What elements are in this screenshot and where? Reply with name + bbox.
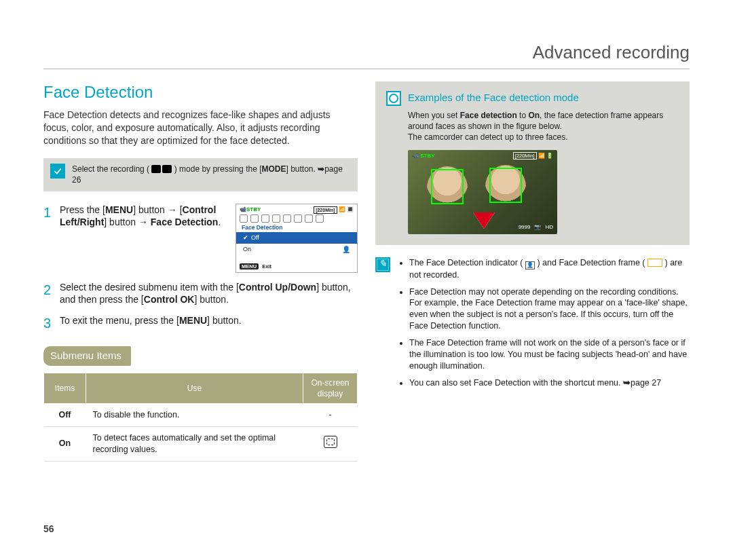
row-item: On bbox=[59, 438, 71, 448]
lcd-stby: STBY bbox=[246, 206, 261, 214]
note-suffix: ) mode by pressing the [ bbox=[174, 164, 262, 174]
lcd-menu-name: Face Detection bbox=[236, 223, 357, 232]
intro-text: Face Detection detects and recognizes fa… bbox=[43, 109, 358, 147]
step-3: 3 To exit the menu, press the [MENU] but… bbox=[43, 314, 358, 333]
left-column: Face Detection Face Detection detects an… bbox=[43, 81, 358, 461]
right-column: Examples of the Face detection mode When… bbox=[375, 81, 690, 461]
submenu-table: Items Use On-screen display Off To disab… bbox=[43, 373, 358, 462]
lcd-time: [220Min] bbox=[314, 206, 337, 214]
step-2-text: Select the desired submenu item with the… bbox=[60, 281, 358, 307]
th-items: Items bbox=[44, 373, 86, 403]
face-frame-icon bbox=[647, 259, 662, 267]
example-panel: Examples of the Face detection mode When… bbox=[375, 81, 690, 245]
step-number: 1 bbox=[43, 204, 53, 222]
list-item: You can also set Face Detection with the… bbox=[409, 377, 690, 389]
red-arrow-icon bbox=[473, 212, 495, 229]
rec-mode-icons bbox=[151, 165, 172, 173]
lens-icon bbox=[386, 91, 401, 106]
photo-time: [220Min] bbox=[513, 152, 537, 160]
step-3-text: To exit the menu, press the [MENU] butto… bbox=[60, 314, 358, 327]
step-1: 1 Press the [MENU] button → [Control Lef… bbox=[43, 204, 358, 273]
th-display: On-screen display bbox=[303, 373, 358, 403]
list-item: The Face Detection frame will not work o… bbox=[409, 337, 690, 372]
face-frame-1 bbox=[431, 169, 464, 204]
row-use: To detect faces automatically and set th… bbox=[86, 426, 303, 461]
row-use: To disable the function. bbox=[86, 403, 303, 426]
photo-bottom-overlay: 9999 📷 HD bbox=[519, 224, 553, 231]
row-item: Off bbox=[58, 410, 71, 419]
example-photo: 📹 STBY [220Min] 📶 🔋 9999 📷 HD bbox=[408, 150, 557, 234]
lcd-item-on: On 👤 bbox=[236, 244, 357, 256]
photo-count: 9999 bbox=[519, 224, 531, 231]
header-title: Advanced recording bbox=[533, 42, 690, 62]
step-number: 2 bbox=[43, 281, 53, 299]
mode-button-label: MODE bbox=[261, 164, 286, 174]
note-tail: ] button. bbox=[286, 164, 318, 174]
lcd-preview: 📹 STBY [220Min] 📶 🔳 Face Detection bbox=[236, 204, 358, 273]
steps-list: 1 Press the [MENU] button → [Control Lef… bbox=[43, 204, 358, 333]
step-2: 2 Select the desired submenu item with t… bbox=[43, 281, 358, 307]
note-prefix: Select the recording ( bbox=[72, 164, 149, 174]
face-detection-indicator-icon bbox=[324, 436, 337, 448]
page-header: Advanced recording bbox=[43, 41, 690, 69]
notes-list: The Face Detection indicator ( 👤 ) and F… bbox=[397, 257, 690, 394]
row-display: - bbox=[303, 403, 358, 426]
row-display bbox=[303, 426, 358, 461]
lcd-tab-icons bbox=[236, 214, 357, 223]
mode-note: Select the recording ( ) mode by pressin… bbox=[43, 158, 358, 191]
page-number: 56 bbox=[43, 523, 54, 536]
face-detection-indicator-icon: 👤 bbox=[342, 245, 350, 255]
step-1-text: Press the [MENU] button → [Control Left/… bbox=[60, 204, 226, 229]
pencil-note-icon: ✎ bbox=[375, 257, 390, 272]
face-frame-2 bbox=[489, 168, 522, 203]
notes-block: ✎ The Face Detection indicator ( 👤 ) and… bbox=[375, 257, 690, 394]
th-use: Use bbox=[86, 373, 303, 403]
photo-stby: STBY bbox=[420, 153, 434, 159]
step-number: 3 bbox=[43, 314, 53, 333]
list-item: Face Detection may not operate depending… bbox=[409, 286, 690, 333]
photo-quality: HD bbox=[545, 224, 553, 231]
list-item: The Face Detection indicator ( 👤 ) and F… bbox=[409, 257, 690, 281]
lcd-footer: MENU Exit bbox=[240, 263, 271, 270]
submenu-title: Submenu Items bbox=[43, 346, 131, 365]
hand-arrow-icon: ➥ bbox=[623, 378, 631, 388]
check-icon bbox=[50, 164, 65, 179]
lcd-item-off: ✔Off bbox=[236, 232, 357, 243]
face-detection-indicator-icon: 👤 bbox=[525, 261, 535, 269]
submenu-header: Submenu Items bbox=[43, 346, 358, 365]
mode-note-text: Select the recording ( ) mode by pressin… bbox=[72, 164, 351, 185]
example-text: When you set Face detection to On, the f… bbox=[408, 110, 679, 143]
hand-arrow-icon: ➥ bbox=[318, 164, 324, 174]
table-row: Off To disable the function. - bbox=[44, 403, 358, 426]
example-title: Examples of the Face detection mode bbox=[408, 91, 579, 105]
section-title: Face Detection bbox=[43, 81, 358, 103]
table-row: On To detect faces automatically and set… bbox=[44, 426, 358, 461]
